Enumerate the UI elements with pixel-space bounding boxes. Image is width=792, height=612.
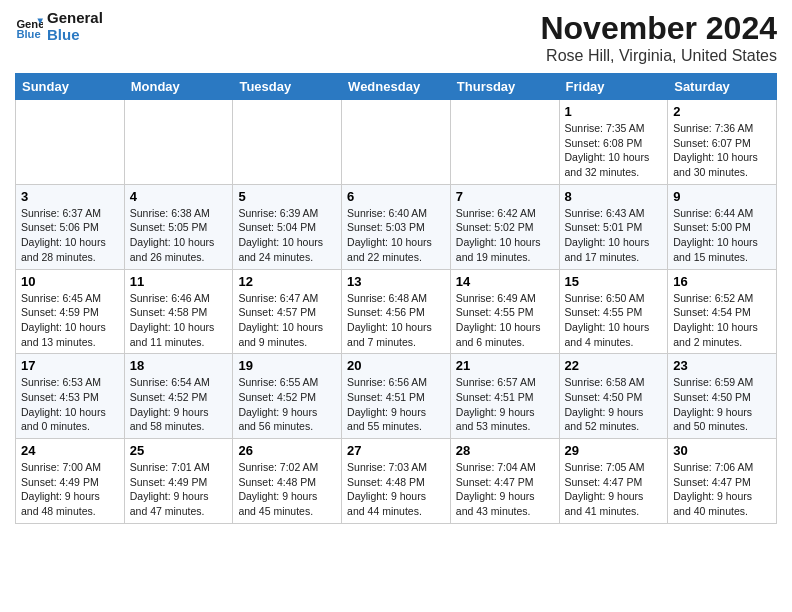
day-cell: 29Sunrise: 7:05 AM Sunset: 4:47 PM Dayli… xyxy=(559,439,668,524)
day-cell: 1Sunrise: 7:35 AM Sunset: 6:08 PM Daylig… xyxy=(559,100,668,185)
day-cell: 23Sunrise: 6:59 AM Sunset: 4:50 PM Dayli… xyxy=(668,354,777,439)
day-cell: 5Sunrise: 6:39 AM Sunset: 5:04 PM Daylig… xyxy=(233,184,342,269)
day-number: 3 xyxy=(21,189,119,204)
day-number: 4 xyxy=(130,189,228,204)
day-info: Sunrise: 7:36 AM Sunset: 6:07 PM Dayligh… xyxy=(673,121,771,180)
day-info: Sunrise: 6:48 AM Sunset: 4:56 PM Dayligh… xyxy=(347,291,445,350)
week-row-3: 10Sunrise: 6:45 AM Sunset: 4:59 PM Dayli… xyxy=(16,269,777,354)
day-cell xyxy=(450,100,559,185)
day-cell: 21Sunrise: 6:57 AM Sunset: 4:51 PM Dayli… xyxy=(450,354,559,439)
day-cell: 3Sunrise: 6:37 AM Sunset: 5:06 PM Daylig… xyxy=(16,184,125,269)
weekday-header-saturday: Saturday xyxy=(668,74,777,100)
day-info: Sunrise: 6:38 AM Sunset: 5:05 PM Dayligh… xyxy=(130,206,228,265)
day-cell xyxy=(16,100,125,185)
day-cell: 14Sunrise: 6:49 AM Sunset: 4:55 PM Dayli… xyxy=(450,269,559,354)
title-area: November 2024 Rose Hill, Virginia, Unite… xyxy=(540,10,777,65)
day-cell: 25Sunrise: 7:01 AM Sunset: 4:49 PM Dayli… xyxy=(124,439,233,524)
day-info: Sunrise: 7:35 AM Sunset: 6:08 PM Dayligh… xyxy=(565,121,663,180)
week-row-5: 24Sunrise: 7:00 AM Sunset: 4:49 PM Dayli… xyxy=(16,439,777,524)
day-cell: 4Sunrise: 6:38 AM Sunset: 5:05 PM Daylig… xyxy=(124,184,233,269)
day-number: 7 xyxy=(456,189,554,204)
day-number: 16 xyxy=(673,274,771,289)
location-title: Rose Hill, Virginia, United States xyxy=(540,47,777,65)
week-row-1: 1Sunrise: 7:35 AM Sunset: 6:08 PM Daylig… xyxy=(16,100,777,185)
day-info: Sunrise: 7:02 AM Sunset: 4:48 PM Dayligh… xyxy=(238,460,336,519)
day-info: Sunrise: 7:03 AM Sunset: 4:48 PM Dayligh… xyxy=(347,460,445,519)
day-cell: 9Sunrise: 6:44 AM Sunset: 5:00 PM Daylig… xyxy=(668,184,777,269)
day-info: Sunrise: 6:56 AM Sunset: 4:51 PM Dayligh… xyxy=(347,375,445,434)
day-number: 12 xyxy=(238,274,336,289)
day-cell: 22Sunrise: 6:58 AM Sunset: 4:50 PM Dayli… xyxy=(559,354,668,439)
day-cell: 24Sunrise: 7:00 AM Sunset: 4:49 PM Dayli… xyxy=(16,439,125,524)
day-info: Sunrise: 7:05 AM Sunset: 4:47 PM Dayligh… xyxy=(565,460,663,519)
day-number: 30 xyxy=(673,443,771,458)
day-number: 1 xyxy=(565,104,663,119)
day-info: Sunrise: 7:01 AM Sunset: 4:49 PM Dayligh… xyxy=(130,460,228,519)
day-cell: 15Sunrise: 6:50 AM Sunset: 4:55 PM Dayli… xyxy=(559,269,668,354)
day-number: 28 xyxy=(456,443,554,458)
weekday-header-friday: Friday xyxy=(559,74,668,100)
day-number: 23 xyxy=(673,358,771,373)
day-number: 19 xyxy=(238,358,336,373)
day-cell: 18Sunrise: 6:54 AM Sunset: 4:52 PM Dayli… xyxy=(124,354,233,439)
day-info: Sunrise: 6:42 AM Sunset: 5:02 PM Dayligh… xyxy=(456,206,554,265)
day-info: Sunrise: 6:46 AM Sunset: 4:58 PM Dayligh… xyxy=(130,291,228,350)
day-cell: 13Sunrise: 6:48 AM Sunset: 4:56 PM Dayli… xyxy=(342,269,451,354)
day-number: 29 xyxy=(565,443,663,458)
day-cell: 7Sunrise: 6:42 AM Sunset: 5:02 PM Daylig… xyxy=(450,184,559,269)
day-cell: 11Sunrise: 6:46 AM Sunset: 4:58 PM Dayli… xyxy=(124,269,233,354)
day-info: Sunrise: 6:58 AM Sunset: 4:50 PM Dayligh… xyxy=(565,375,663,434)
day-info: Sunrise: 6:43 AM Sunset: 5:01 PM Dayligh… xyxy=(565,206,663,265)
day-cell: 12Sunrise: 6:47 AM Sunset: 4:57 PM Dayli… xyxy=(233,269,342,354)
day-cell: 8Sunrise: 6:43 AM Sunset: 5:01 PM Daylig… xyxy=(559,184,668,269)
day-cell xyxy=(342,100,451,185)
day-number: 24 xyxy=(21,443,119,458)
day-info: Sunrise: 6:54 AM Sunset: 4:52 PM Dayligh… xyxy=(130,375,228,434)
day-number: 11 xyxy=(130,274,228,289)
day-cell: 28Sunrise: 7:04 AM Sunset: 4:47 PM Dayli… xyxy=(450,439,559,524)
day-cell: 10Sunrise: 6:45 AM Sunset: 4:59 PM Dayli… xyxy=(16,269,125,354)
day-info: Sunrise: 6:39 AM Sunset: 5:04 PM Dayligh… xyxy=(238,206,336,265)
month-title: November 2024 xyxy=(540,10,777,47)
day-info: Sunrise: 6:59 AM Sunset: 4:50 PM Dayligh… xyxy=(673,375,771,434)
day-cell: 17Sunrise: 6:53 AM Sunset: 4:53 PM Dayli… xyxy=(16,354,125,439)
day-info: Sunrise: 7:04 AM Sunset: 4:47 PM Dayligh… xyxy=(456,460,554,519)
day-info: Sunrise: 6:50 AM Sunset: 4:55 PM Dayligh… xyxy=(565,291,663,350)
day-number: 26 xyxy=(238,443,336,458)
day-cell xyxy=(124,100,233,185)
day-info: Sunrise: 6:47 AM Sunset: 4:57 PM Dayligh… xyxy=(238,291,336,350)
day-number: 18 xyxy=(130,358,228,373)
day-number: 10 xyxy=(21,274,119,289)
day-cell: 2Sunrise: 7:36 AM Sunset: 6:07 PM Daylig… xyxy=(668,100,777,185)
day-number: 5 xyxy=(238,189,336,204)
weekday-header-wednesday: Wednesday xyxy=(342,74,451,100)
logo-general: General xyxy=(47,10,103,27)
day-info: Sunrise: 6:52 AM Sunset: 4:54 PM Dayligh… xyxy=(673,291,771,350)
day-cell: 20Sunrise: 6:56 AM Sunset: 4:51 PM Dayli… xyxy=(342,354,451,439)
day-info: Sunrise: 6:55 AM Sunset: 4:52 PM Dayligh… xyxy=(238,375,336,434)
week-row-2: 3Sunrise: 6:37 AM Sunset: 5:06 PM Daylig… xyxy=(16,184,777,269)
day-info: Sunrise: 6:44 AM Sunset: 5:00 PM Dayligh… xyxy=(673,206,771,265)
day-info: Sunrise: 6:57 AM Sunset: 4:51 PM Dayligh… xyxy=(456,375,554,434)
day-cell: 27Sunrise: 7:03 AM Sunset: 4:48 PM Dayli… xyxy=(342,439,451,524)
day-cell: 16Sunrise: 6:52 AM Sunset: 4:54 PM Dayli… xyxy=(668,269,777,354)
page-header: General Blue General Blue November 2024 … xyxy=(15,10,777,65)
day-cell: 26Sunrise: 7:02 AM Sunset: 4:48 PM Dayli… xyxy=(233,439,342,524)
weekday-header-monday: Monday xyxy=(124,74,233,100)
day-number: 21 xyxy=(456,358,554,373)
day-info: Sunrise: 6:37 AM Sunset: 5:06 PM Dayligh… xyxy=(21,206,119,265)
day-number: 6 xyxy=(347,189,445,204)
day-number: 15 xyxy=(565,274,663,289)
calendar-table: SundayMondayTuesdayWednesdayThursdayFrid… xyxy=(15,73,777,524)
weekday-header-sunday: Sunday xyxy=(16,74,125,100)
logo-blue: Blue xyxy=(47,27,103,44)
weekday-header-row: SundayMondayTuesdayWednesdayThursdayFrid… xyxy=(16,74,777,100)
day-info: Sunrise: 7:06 AM Sunset: 4:47 PM Dayligh… xyxy=(673,460,771,519)
day-cell xyxy=(233,100,342,185)
day-number: 27 xyxy=(347,443,445,458)
day-number: 25 xyxy=(130,443,228,458)
logo-icon: General Blue xyxy=(15,13,43,41)
week-row-4: 17Sunrise: 6:53 AM Sunset: 4:53 PM Dayli… xyxy=(16,354,777,439)
svg-text:Blue: Blue xyxy=(16,28,40,40)
day-number: 9 xyxy=(673,189,771,204)
